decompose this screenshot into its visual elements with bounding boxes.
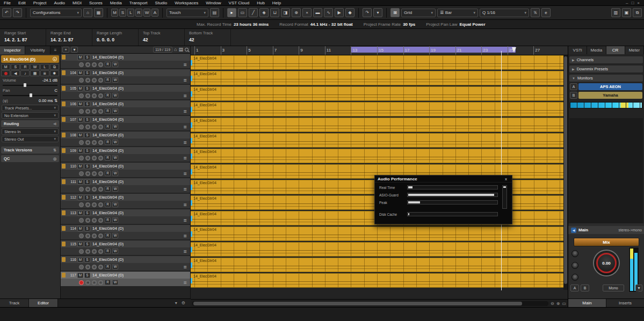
minimize-icon[interactable]: – bbox=[626, 1, 628, 5]
track-name[interactable]: 14_ElecGtr04 (D) bbox=[91, 117, 124, 122]
track-name[interactable]: 14_ElecGtr04 (D) bbox=[91, 133, 124, 137]
lanes-icon[interactable]: ≣ bbox=[183, 78, 187, 83]
write-automation-button[interactable]: W bbox=[112, 124, 118, 129]
monitor-b-button[interactable]: B bbox=[570, 92, 577, 99]
track-name[interactable]: 14_ElecGtr04 (D) bbox=[91, 179, 124, 184]
mute-button[interactable]: M bbox=[77, 117, 83, 122]
right-zone-icon[interactable]: ▥ bbox=[611, 8, 620, 17]
solo-button[interactable]: S bbox=[84, 55, 90, 60]
solo-button[interactable]: S bbox=[84, 133, 90, 138]
zoom-out-icon[interactable]: ⊖ bbox=[551, 301, 554, 306]
track-color-handle[interactable] bbox=[62, 101, 66, 106]
insert-bypass-icon[interactable]: ∞ bbox=[98, 218, 103, 223]
track-control-button[interactable]: S bbox=[11, 64, 20, 70]
add-track-button[interactable]: + bbox=[62, 47, 69, 53]
track-color-handle[interactable] bbox=[62, 242, 66, 246]
setup-window-icon[interactable]: ⌂ bbox=[83, 8, 92, 17]
search-icon[interactable] bbox=[185, 48, 189, 52]
talkback-level-knob[interactable] bbox=[571, 274, 578, 281]
zoom-tool-icon[interactable]: ⊕ bbox=[292, 8, 301, 17]
phase-icon[interactable]: (φ) bbox=[3, 98, 8, 103]
lanes-icon[interactable]: ≣ bbox=[183, 62, 187, 67]
write-automation-button[interactable]: W bbox=[112, 264, 118, 269]
monitor-icon[interactable]: ◂ bbox=[85, 202, 90, 207]
zone-tab[interactable]: Editor bbox=[29, 299, 58, 308]
time-warp-tool-icon[interactable]: ∿ bbox=[324, 8, 333, 17]
insert-bypass-icon[interactable]: ∞ bbox=[98, 202, 103, 207]
mute-button[interactable]: M bbox=[77, 55, 83, 60]
freeze-icon[interactable]: ▦ bbox=[30, 70, 39, 76]
output-routing-dropdown[interactable]: Stereo Out▾ bbox=[2, 136, 59, 142]
tab-visibility[interactable]: Visibility bbox=[25, 46, 50, 54]
monitor-icon[interactable]: ◂ bbox=[85, 140, 90, 145]
solo-button[interactable]: S bbox=[84, 86, 90, 91]
monitor-icon[interactable]: ◂ bbox=[85, 234, 90, 238]
record-enable-icon[interactable] bbox=[79, 218, 84, 223]
record-enable-icon[interactable] bbox=[79, 280, 84, 285]
write-automation-button[interactable]: W bbox=[112, 249, 118, 254]
edit-channel-icon[interactable]: e bbox=[92, 218, 97, 223]
read-automation-button[interactable]: R bbox=[105, 202, 111, 207]
solo-button[interactable]: S bbox=[84, 242, 90, 247]
record-enable-icon[interactable] bbox=[79, 109, 84, 114]
lower-zone-icon[interactable]: ▣ bbox=[622, 8, 631, 17]
edit-channel-icon[interactable]: e bbox=[92, 109, 97, 114]
right-zone-tab[interactable]: Meter bbox=[625, 46, 644, 54]
close-icon[interactable]: × bbox=[637, 1, 640, 5]
audio-performance-window[interactable]: Audio Performance x Real Time ASIO-Guard… bbox=[374, 175, 512, 224]
audio-event[interactable]: 14_ElecGtr04 bbox=[191, 86, 563, 101]
menu-item[interactable]: Hub bbox=[253, 0, 269, 6]
automation-button[interactable]: R bbox=[135, 9, 142, 17]
edit-channel-icon[interactable]: e bbox=[92, 249, 97, 254]
insert-bypass-icon[interactable]: ∞ bbox=[98, 171, 103, 176]
solo-button[interactable]: S bbox=[84, 226, 90, 231]
dim-icon[interactable]: ▾ bbox=[635, 284, 642, 291]
split-tool-icon[interactable]: ◈ bbox=[259, 8, 269, 17]
redo-button[interactable]: ↷ bbox=[13, 8, 22, 17]
snap-type-dropdown[interactable]: Grid▾ bbox=[401, 9, 436, 17]
track-color-handle[interactable] bbox=[62, 226, 66, 231]
extension-dropdown[interactable]: No Extension▾ bbox=[2, 112, 59, 119]
insert-bypass-icon[interactable]: ∞ bbox=[98, 140, 103, 145]
track-color-handle[interactable] bbox=[62, 210, 66, 215]
audio-event[interactable]: 14_ElecGtr04 bbox=[191, 71, 563, 85]
automation-button[interactable]: S bbox=[119, 9, 126, 17]
automation-button[interactable]: W bbox=[143, 9, 150, 17]
read-automation-button[interactable]: R bbox=[105, 124, 111, 129]
lanes-icon[interactable]: ≣ bbox=[183, 125, 187, 129]
track-name[interactable]: 14_ElecGtr04 (D) bbox=[91, 148, 124, 153]
music-mode-icon[interactable]: ♪ bbox=[20, 70, 30, 76]
mute-button[interactable]: M bbox=[77, 257, 83, 262]
mute-button[interactable]: M bbox=[77, 210, 83, 216]
track-color-handle[interactable] bbox=[62, 179, 66, 184]
read-automation-button[interactable]: R bbox=[105, 93, 111, 98]
record-enable-icon[interactable] bbox=[79, 156, 84, 160]
click-level-knob[interactable] bbox=[571, 250, 578, 257]
downmix-mode-label[interactable]: stereo->mono bbox=[619, 228, 642, 232]
audio-event[interactable]: 14_ElecGtr04 bbox=[191, 242, 563, 257]
menu-item[interactable]: Media bbox=[106, 0, 126, 6]
filter-list-icon[interactable]: ▤ bbox=[178, 47, 183, 52]
menu-item[interactable]: Workspaces bbox=[171, 0, 202, 6]
scrollbar-thumb[interactable] bbox=[564, 56, 567, 284]
monitor-icon[interactable]: ◂ bbox=[85, 171, 90, 176]
record-enable-icon[interactable] bbox=[79, 62, 84, 67]
track-name[interactable]: 14_ElecGtr04 (D) bbox=[91, 164, 124, 169]
grid-type-dropdown[interactable]: ≣ Bar▾ bbox=[437, 9, 478, 17]
inspector-menu-icon[interactable]: ≡ bbox=[50, 46, 60, 54]
lanes-icon[interactable]: ≣ bbox=[183, 202, 187, 207]
zoom-preset-icon[interactable]: ▭ bbox=[562, 301, 566, 306]
tab-inspector[interactable]: Inspector bbox=[0, 46, 25, 54]
mix-source-button[interactable]: Mix bbox=[574, 238, 639, 246]
mono-button[interactable]: Mono bbox=[603, 284, 624, 291]
track-name[interactable]: 14_ElecGtr04 (D) bbox=[91, 195, 124, 200]
track-color-handle[interactable] bbox=[62, 273, 66, 278]
monitor-icon[interactable]: ◂ bbox=[85, 109, 90, 114]
close-icon[interactable]: x bbox=[503, 177, 509, 181]
insert-bypass-icon[interactable]: ∞ bbox=[98, 156, 103, 160]
write-automation-button[interactable]: W bbox=[112, 186, 118, 192]
monitor-a-name[interactable]: APS AEON bbox=[578, 83, 642, 90]
track-row[interactable]: 113 M S 14_ElecGtr04 (D) ◂ e ∞ R W ≣ bbox=[61, 209, 190, 224]
range-selection-tool-icon[interactable]: ▭ bbox=[238, 8, 247, 17]
mute-button[interactable]: M bbox=[77, 133, 83, 138]
